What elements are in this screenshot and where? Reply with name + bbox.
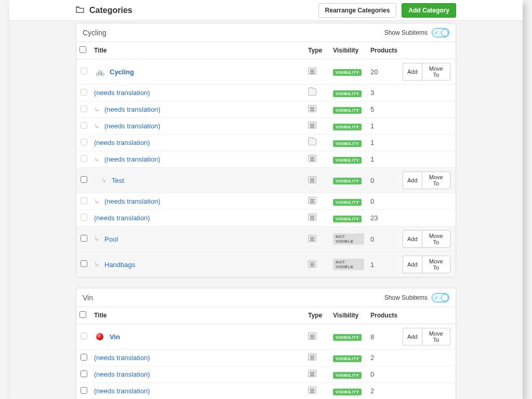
show-subitems-label: Show Subitems bbox=[384, 294, 428, 301]
col-title-header: Title bbox=[91, 307, 305, 324]
type-folder-icon bbox=[308, 138, 316, 145]
add-button[interactable]: Add bbox=[403, 256, 422, 273]
category-link[interactable]: (needs translation) bbox=[94, 89, 150, 97]
visibility-badge: Visibility bbox=[333, 355, 362, 362]
child-arrow-icon: ↳ bbox=[94, 123, 100, 130]
category-link[interactable]: (needs translation) bbox=[94, 139, 150, 147]
table-row: ↳ Test Visibility 0 Add Move To bbox=[76, 168, 456, 193]
table-row: (needs translation) Visibility 3 bbox=[76, 85, 456, 101]
category-link[interactable]: (needs translation) bbox=[104, 122, 161, 130]
products-count: 1 bbox=[367, 252, 400, 277]
products-count: 20 bbox=[367, 59, 400, 85]
type-list-icon bbox=[308, 176, 316, 183]
products-count: 0 bbox=[367, 193, 400, 210]
type-list-icon bbox=[308, 387, 316, 394]
move-to-button[interactable]: Move To bbox=[422, 256, 450, 273]
group-header: Vin Show Subitems ✓ bbox=[76, 288, 456, 307]
visibility-badge: Visibility bbox=[333, 124, 362, 130]
table-row: 🚲 Cycling Visibility 20 Add Move To bbox=[76, 59, 456, 85]
category-link[interactable]: Cycling bbox=[110, 68, 134, 76]
products-count: 2 bbox=[367, 350, 400, 366]
move-to-button[interactable]: Move To bbox=[422, 171, 450, 189]
add-button[interactable]: Add bbox=[403, 171, 422, 189]
row-checkbox[interactable] bbox=[81, 176, 87, 183]
add-button[interactable]: Add bbox=[403, 63, 422, 81]
type-list-icon bbox=[308, 260, 316, 268]
category-link[interactable]: (needs translation) bbox=[104, 155, 161, 163]
check-icon: ✓ bbox=[434, 30, 438, 35]
row-checkbox[interactable] bbox=[81, 197, 87, 204]
table-row: (needs translation) Visibility 2 bbox=[76, 383, 456, 400]
col-title-header: Title bbox=[91, 42, 305, 59]
category-link[interactable]: (needs translation) bbox=[94, 214, 150, 222]
table-row: ↳ (needs translation) Visibility 1 bbox=[76, 151, 456, 168]
type-list-icon bbox=[308, 122, 316, 129]
products-count: 1 bbox=[367, 135, 400, 151]
products-count: 0 bbox=[367, 168, 400, 193]
show-subitems-toggle[interactable]: ✓ bbox=[432, 28, 449, 37]
row-checkbox[interactable] bbox=[81, 387, 87, 394]
row-checkbox[interactable] bbox=[81, 235, 87, 242]
table-row: ↳ Handbags Not Visible 1 Add Move To bbox=[76, 252, 456, 277]
type-list-icon bbox=[308, 353, 316, 361]
table-row: ↳ (needs translation) Visibility 0 bbox=[76, 193, 456, 210]
table-row: (needs translation) Visibility 0 bbox=[76, 366, 456, 383]
category-link[interactable]: (needs translation) bbox=[94, 387, 150, 395]
add-button[interactable]: Add bbox=[403, 230, 422, 248]
visibility-badge: Not Visible bbox=[333, 259, 364, 270]
category-link[interactable]: (needs translation) bbox=[104, 197, 161, 205]
row-checkbox[interactable] bbox=[81, 89, 87, 96]
row-checkbox[interactable] bbox=[81, 332, 87, 339]
move-to-button[interactable]: Move To bbox=[422, 230, 450, 248]
category-link[interactable]: (needs translation) bbox=[94, 354, 150, 362]
red-ball-icon bbox=[94, 332, 105, 341]
row-checkbox[interactable] bbox=[81, 214, 87, 221]
row-checkbox[interactable] bbox=[81, 105, 87, 112]
products-count: 1 bbox=[367, 118, 400, 135]
category-link[interactable]: Test bbox=[112, 177, 124, 184]
child-arrow-icon: ↳ bbox=[94, 106, 100, 113]
group-title: Vin bbox=[83, 294, 384, 302]
type-list-icon bbox=[308, 214, 316, 221]
category-link[interactable]: Vin bbox=[110, 333, 120, 341]
row-checkbox[interactable] bbox=[81, 370, 87, 377]
col-visibility-header: Visibility bbox=[330, 42, 367, 59]
products-count: 0 bbox=[367, 227, 400, 252]
select-all-checkbox[interactable] bbox=[79, 311, 86, 318]
show-subitems-label: Show Subitems bbox=[384, 29, 428, 36]
page-header: Categories Rearrange Categories Add Cate… bbox=[9, 0, 523, 21]
page-title: Categories bbox=[89, 6, 318, 15]
row-checkbox[interactable] bbox=[81, 122, 87, 129]
select-all-checkbox[interactable] bbox=[79, 46, 86, 53]
type-list-icon bbox=[308, 235, 316, 242]
rearrange-categories-button[interactable]: Rearrange Categories bbox=[318, 3, 397, 18]
category-link[interactable]: (needs translation) bbox=[94, 370, 150, 378]
visibility-badge: Visibility bbox=[333, 90, 362, 97]
row-checkbox[interactable] bbox=[81, 155, 87, 162]
show-subitems-toggle[interactable]: ✓ bbox=[432, 293, 449, 302]
row-checkbox[interactable] bbox=[81, 260, 87, 267]
category-link[interactable]: Handbags bbox=[104, 261, 135, 269]
add-button[interactable]: Add bbox=[403, 328, 422, 345]
type-list-icon bbox=[308, 332, 316, 340]
folder-icon bbox=[76, 6, 84, 15]
visibility-badge: Visibility bbox=[333, 140, 362, 147]
category-link[interactable]: (needs translation) bbox=[104, 105, 161, 113]
move-to-button[interactable]: Move To bbox=[422, 328, 450, 345]
table-row: (needs translation) Visibility 23 bbox=[76, 210, 456, 227]
row-checkbox[interactable] bbox=[81, 68, 87, 74]
category-group: Cycling Show Subitems ✓ Title Type Visib… bbox=[76, 23, 456, 277]
visibility-badge: Visibility bbox=[333, 199, 362, 206]
type-folder-icon bbox=[308, 88, 316, 96]
visibility-badge: Visibility bbox=[333, 69, 362, 76]
move-to-button[interactable]: Move To bbox=[422, 63, 450, 81]
visibility-badge: Visibility bbox=[333, 389, 362, 395]
group-header: Cycling Show Subitems ✓ bbox=[76, 23, 456, 42]
row-checkbox[interactable] bbox=[81, 354, 87, 361]
type-list-icon bbox=[308, 370, 316, 377]
table-row: ↳ (needs translation) Visibility 1 bbox=[76, 118, 456, 135]
category-link[interactable]: Pool bbox=[104, 235, 118, 243]
visibility-badge: Visibility bbox=[333, 157, 362, 164]
row-checkbox[interactable] bbox=[81, 139, 87, 145]
add-category-button[interactable]: Add Category bbox=[402, 3, 456, 18]
